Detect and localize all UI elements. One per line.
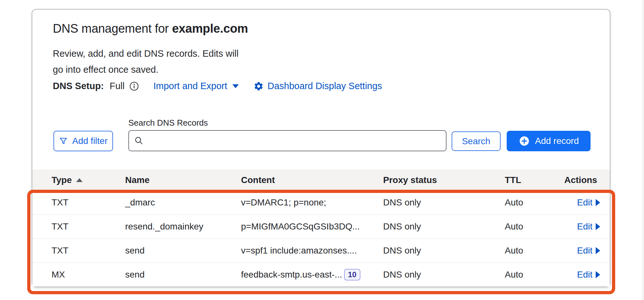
edit-label: Edit xyxy=(577,197,592,208)
column-header-type-label: Type xyxy=(52,175,72,185)
cell-ttl: Auto xyxy=(505,221,564,232)
dashboard-display-settings-link[interactable]: Dashboard Display Settings xyxy=(268,81,382,91)
dns-setup-label: DNS Setup: xyxy=(53,81,104,91)
cell-proxy-status: DNS only xyxy=(383,246,505,256)
edit-button[interactable]: Edit xyxy=(577,270,600,280)
cell-actions: Edit xyxy=(564,221,600,232)
toolbar: Add filter Search Add record xyxy=(32,130,611,152)
cell-type: TXT xyxy=(52,246,125,256)
add-filter-label: Add filter xyxy=(72,136,108,146)
edit-button[interactable]: Edit xyxy=(577,197,600,208)
cell-type: MX xyxy=(52,270,125,280)
sort-ascending-icon xyxy=(76,178,83,182)
description-line-2: go into effect once saved. xyxy=(53,64,158,75)
column-header-ttl[interactable]: TTL xyxy=(505,175,564,185)
chevron-down-icon xyxy=(232,84,239,88)
cell-content: v=DMARC1; p=none; xyxy=(241,197,383,208)
page-title: DNS management for example.com xyxy=(53,22,248,36)
cell-name: send xyxy=(125,270,241,280)
dns-setup-value: Full xyxy=(110,81,125,91)
table-row: TXT resend._domainkey p=MIGfMA0GCSqGSIb3… xyxy=(32,214,610,238)
table-header: Type Name Content Proxy status TTL Actio… xyxy=(32,170,610,190)
search-input[interactable] xyxy=(148,132,441,149)
cell-content: p=MIGfMA0GCSqGSIb3DQ... xyxy=(241,221,383,232)
add-filter-button[interactable]: Add filter xyxy=(53,131,113,151)
column-header-actions: Actions xyxy=(564,175,600,185)
cell-name: _dmarc xyxy=(125,197,241,208)
table-row: TXT _dmarc v=DMARC1; p=none; DNS only Au… xyxy=(32,190,610,214)
add-record-button[interactable]: Add record xyxy=(507,131,591,151)
gear-icon xyxy=(254,81,264,91)
edit-label: Edit xyxy=(577,270,592,280)
plus-circle-icon xyxy=(519,135,530,147)
cell-ttl: Auto xyxy=(505,246,564,256)
record-content: feedback-smtp.us-east-... xyxy=(241,270,342,280)
column-header-proxy-status-label: Proxy status xyxy=(383,175,437,185)
column-header-content-label: Content xyxy=(241,175,275,185)
table-row: MX send feedback-smtp.us-east-...10 DNS … xyxy=(32,262,610,287)
dns-management-card: DNS management for example.com Review, a… xyxy=(32,9,610,287)
domain-name: example.com xyxy=(172,22,248,35)
cell-ttl: Auto xyxy=(505,270,564,280)
search-box xyxy=(128,130,447,151)
table-row: TXT send v=spf1 include:amazonses.... DN… xyxy=(32,238,610,262)
edit-button[interactable]: Edit xyxy=(577,221,600,232)
column-header-name[interactable]: Name xyxy=(125,175,241,185)
chevron-right-icon xyxy=(596,247,600,254)
search-icon xyxy=(134,136,144,146)
cell-content: feedback-smtp.us-east-...10 xyxy=(241,269,383,280)
edit-button[interactable]: Edit xyxy=(577,246,600,256)
column-header-content[interactable]: Content xyxy=(241,175,383,185)
dashboard-display-settings-label: Dashboard Display Settings xyxy=(268,81,382,91)
filter-icon xyxy=(59,137,68,146)
chevron-right-icon xyxy=(596,271,600,278)
column-header-proxy-status[interactable]: Proxy status xyxy=(383,175,505,185)
search-button-label: Search xyxy=(462,136,490,146)
viewport-right-edge xyxy=(643,0,643,300)
dns-setup-row: DNS Setup: Full Import and Export Dashbo xyxy=(53,81,382,91)
cell-proxy-status: DNS only xyxy=(383,270,505,280)
chevron-right-icon xyxy=(596,223,600,230)
column-header-type[interactable]: Type xyxy=(52,175,125,185)
info-icon[interactable] xyxy=(129,81,139,91)
record-content: v=DMARC1; p=none; xyxy=(241,197,326,208)
cell-proxy-status: DNS only xyxy=(383,197,505,208)
cell-type: TXT xyxy=(52,221,125,232)
add-record-label: Add record xyxy=(535,136,579,146)
cell-proxy-status: DNS only xyxy=(383,221,505,232)
cell-name: send xyxy=(125,246,241,256)
record-content: p=MIGfMA0GCSqGSIb3DQ... xyxy=(241,221,360,232)
column-header-ttl-label: TTL xyxy=(505,175,521,185)
dns-page: DNS management for example.com Review, a… xyxy=(0,0,644,300)
edit-label: Edit xyxy=(577,221,592,232)
column-header-name-label: Name xyxy=(125,175,149,185)
search-dns-records-label: Search DNS Records xyxy=(128,118,208,128)
import-export-label: Import and Export xyxy=(153,81,227,91)
page-title-text: DNS management for xyxy=(53,22,169,35)
record-content: v=spf1 include:amazonses.... xyxy=(241,246,357,256)
mx-priority-badge: 10 xyxy=(344,269,360,280)
description-line-1: Review, add, and edit DNS records. Edits… xyxy=(53,48,238,59)
cell-name: resend._domainkey xyxy=(125,221,241,232)
cell-actions: Edit xyxy=(564,246,600,256)
cell-type: TXT xyxy=(52,197,125,208)
page-description: Review, add, and edit DNS records. Edits… xyxy=(53,46,238,78)
import-export-link[interactable]: Import and Export xyxy=(153,81,239,91)
chevron-right-icon xyxy=(596,199,600,206)
cell-content: v=spf1 include:amazonses.... xyxy=(241,246,383,256)
cell-actions: Edit xyxy=(564,197,600,208)
table-body: TXT _dmarc v=DMARC1; p=none; DNS only Au… xyxy=(32,190,610,287)
cell-ttl: Auto xyxy=(505,197,564,208)
edit-label: Edit xyxy=(577,246,592,256)
column-header-actions-label: Actions xyxy=(564,175,597,185)
search-button[interactable]: Search xyxy=(452,131,501,151)
cell-actions: Edit xyxy=(564,270,600,280)
